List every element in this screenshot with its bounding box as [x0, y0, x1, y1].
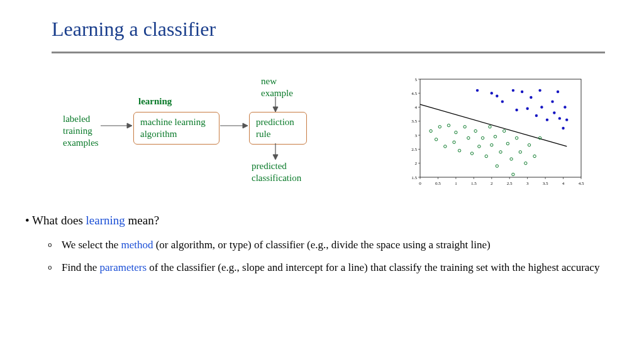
svg-text:2.5: 2.5	[507, 181, 513, 186]
svg-text:2: 2	[491, 181, 493, 186]
svg-point-71	[453, 141, 455, 143]
svg-point-91	[519, 151, 521, 153]
svg-rect-8	[420, 79, 581, 177]
svg-text:4: 4	[415, 105, 418, 110]
svg-point-59	[551, 100, 553, 102]
svg-point-93	[528, 144, 530, 146]
labeled-examples-text: labeled training examples	[63, 113, 99, 148]
prediction-rule-box: prediction rule	[249, 112, 307, 145]
predicted-text: predicted classification	[252, 160, 301, 184]
svg-text:2.5: 2.5	[411, 147, 417, 152]
svg-point-81	[489, 126, 491, 128]
scatter-plot: 00.511.522.533.544.51.522.533.544.55	[402, 75, 585, 189]
svg-point-57	[540, 106, 543, 108]
bullet-list: What does learning mean? We select the m…	[25, 214, 616, 284]
bullet-sub2-post: of the classifier (e.g., slope and inter…	[147, 261, 599, 273]
svg-marker-5	[273, 107, 278, 112]
slide-title: Learning a classifier	[52, 18, 216, 41]
algorithm-box: machine learning algorithm	[133, 112, 219, 145]
arrow-algo-to-rule	[220, 122, 248, 129]
svg-text:3: 3	[526, 181, 529, 186]
svg-point-58	[546, 118, 548, 121]
svg-point-86	[502, 129, 505, 132]
svg-point-74	[464, 126, 466, 128]
svg-point-49	[501, 100, 504, 102]
bullet-main-post: mean?	[125, 214, 159, 227]
svg-point-88	[510, 158, 513, 160]
svg-marker-3	[243, 123, 248, 128]
bullet-sub2: Find the parameters of the classifier (e…	[62, 261, 616, 274]
svg-text:3.5: 3.5	[411, 119, 417, 124]
bullet-sub1-pre: We select the	[62, 239, 121, 251]
bullet-sub2-pre: Find the	[62, 261, 99, 273]
svg-point-79	[481, 136, 484, 139]
new-example-text: new example	[261, 75, 293, 99]
svg-text:2: 2	[415, 161, 418, 166]
svg-point-51	[515, 109, 518, 111]
svg-point-55	[535, 114, 538, 117]
svg-point-82	[491, 144, 493, 146]
svg-point-72	[455, 131, 457, 133]
flow-diagram: learning labeled training examples machi…	[63, 75, 365, 195]
svg-text:4.5: 4.5	[579, 181, 584, 186]
svg-text:1: 1	[455, 181, 457, 186]
svg-text:3: 3	[415, 133, 418, 138]
svg-point-63	[562, 127, 564, 129]
title-rule	[52, 52, 605, 53]
svg-text:3.5: 3.5	[543, 181, 548, 186]
svg-point-78	[478, 145, 480, 148]
svg-text:0.5: 0.5	[435, 181, 441, 186]
svg-point-54	[530, 96, 532, 99]
svg-point-76	[470, 152, 473, 155]
svg-text:1.5: 1.5	[411, 175, 417, 180]
svg-point-69	[444, 145, 447, 148]
arrow-new-example-down	[272, 97, 279, 112]
arrow-examples-to-algo	[101, 122, 132, 129]
svg-point-70	[447, 124, 450, 126]
svg-point-73	[458, 149, 460, 151]
svg-point-77	[474, 129, 477, 132]
svg-text:4: 4	[562, 181, 565, 186]
svg-point-48	[496, 95, 498, 97]
arrow-rule-to-predicted	[272, 143, 279, 160]
svg-point-80	[485, 155, 487, 157]
svg-point-56	[538, 89, 541, 92]
svg-text:5: 5	[415, 77, 418, 82]
bullet-sub1-post: (or algorithm, or type) of classifier (e…	[153, 239, 490, 251]
svg-point-65	[565, 118, 568, 121]
svg-point-46	[476, 89, 479, 92]
learning-label: learning	[138, 96, 172, 107]
bullet-sub1-hl: method	[121, 239, 153, 251]
svg-text:0: 0	[419, 181, 421, 186]
bullet-main-hl: learning	[86, 214, 125, 227]
svg-point-52	[521, 90, 523, 93]
svg-point-94	[533, 155, 536, 157]
svg-point-87	[506, 142, 509, 145]
bullet-sub1: We select the method (or algorithm, or t…	[62, 239, 616, 251]
svg-point-50	[512, 89, 514, 92]
svg-text:1.5: 1.5	[471, 181, 477, 186]
svg-point-66	[430, 129, 432, 132]
svg-point-64	[564, 106, 566, 108]
svg-point-47	[491, 92, 493, 94]
svg-point-61	[557, 90, 559, 93]
svg-point-75	[467, 136, 470, 139]
bullet-main: What does learning mean?	[25, 214, 616, 228]
svg-point-84	[496, 165, 498, 167]
svg-point-85	[499, 151, 502, 153]
bullet-main-pre: What does	[32, 214, 86, 227]
svg-point-53	[526, 107, 528, 110]
svg-marker-1	[127, 123, 132, 128]
bullet-sub2-hl: parameters	[99, 261, 147, 273]
svg-point-67	[435, 138, 437, 141]
svg-line-45	[420, 104, 567, 146]
svg-point-90	[515, 136, 518, 139]
svg-point-92	[525, 162, 527, 165]
svg-point-62	[558, 117, 561, 119]
svg-point-60	[553, 111, 555, 114]
svg-point-68	[438, 126, 441, 128]
svg-marker-7	[273, 155, 278, 160]
svg-text:4.5: 4.5	[411, 91, 417, 96]
svg-point-89	[512, 173, 514, 175]
svg-point-83	[494, 135, 496, 138]
